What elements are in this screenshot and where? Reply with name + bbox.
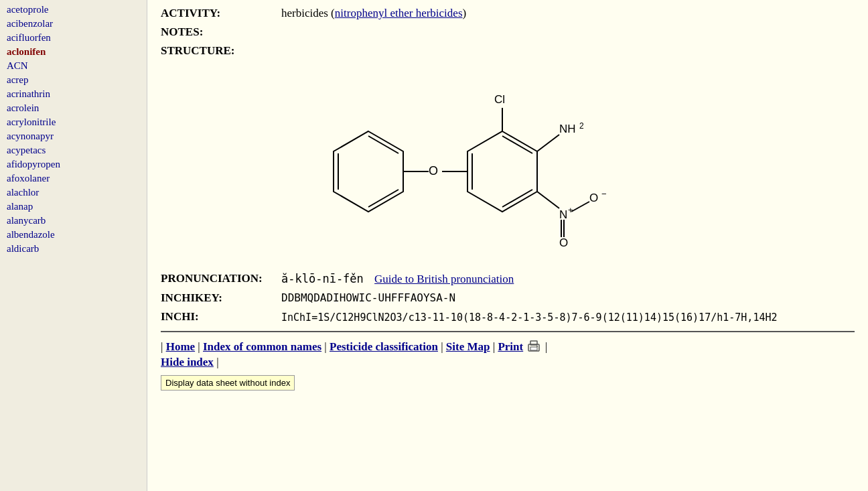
sidebar-item-afidopyropen[interactable]: afidopyropen — [0, 157, 147, 171]
inchikey-value: DDBMQDADIHOWIC-UHFFFAOYSA-N — [281, 291, 455, 304]
svg-line-16 — [537, 192, 559, 208]
structure-image: O Cl NH 2 N + O − — [281, 64, 616, 265]
pronunciation-row: PRONUNCIATION: ă-klō-nī-fěn Guide to Bri… — [161, 272, 855, 286]
chemical-structure-svg: O Cl NH 2 N + O − — [281, 64, 616, 259]
inchi-label: INCHI: — [161, 310, 281, 324]
sidebar-item-afoxolaner[interactable]: afoxolaner — [0, 171, 147, 186]
nav-separator-3: | — [324, 340, 330, 353]
inchi-row: INCHI: InChI=1S/C12H9ClN2O3/c13-11-10(18… — [161, 310, 855, 326]
sidebar-item-acrolein[interactable]: acrolein — [0, 101, 147, 115]
structure-row: STRUCTURE: — [161, 44, 855, 58]
nav-separator-4: | — [441, 340, 446, 353]
svg-line-1 — [368, 136, 399, 153]
svg-line-19 — [571, 202, 589, 212]
svg-marker-0 — [334, 131, 403, 212]
hide-index-link[interactable]: Hide index — [161, 356, 214, 368]
pronunciation-text: ă-klō-nī-fěn — [281, 272, 364, 285]
nav-home-link[interactable]: Home — [166, 340, 195, 353]
bottom-nav: | Home | Index of common names | Pestici… — [161, 331, 855, 373]
activity-link[interactable]: nitrophenyl ether herbicides — [335, 7, 463, 19]
nav-print-link[interactable]: Print — [498, 340, 523, 353]
sidebar-item-acypetacs[interactable]: acypetacs — [0, 143, 147, 157]
hide-index-tooltip: Hide index | Display data sheet without … — [161, 356, 219, 369]
svg-point-28 — [536, 346, 538, 347]
structure-label: STRUCTURE: — [161, 44, 281, 58]
sidebar-item-acrep[interactable]: acrep — [0, 73, 147, 87]
svg-marker-7 — [467, 131, 537, 212]
nav-index-link[interactable]: Index of common names — [203, 340, 321, 353]
svg-line-8 — [502, 136, 532, 153]
sidebar-item-acetoprole[interactable]: acetoprole — [0, 3, 147, 17]
notes-row: NOTES: — [161, 25, 855, 39]
sidebar-item-acifluorfen[interactable]: acifluorfen — [0, 31, 147, 45]
activity-text: herbicides ( — [281, 7, 335, 19]
svg-text:−: − — [601, 189, 607, 199]
sidebar-item-alachlor[interactable]: alachlor — [0, 186, 147, 200]
pronunciation-link[interactable]: Guide to British pronunciation — [374, 273, 514, 285]
activity-row: ACTIVITY: herbicides (nitrophenyl ether … — [161, 7, 855, 20]
svg-line-13 — [537, 135, 559, 151]
sidebar-item-alanap[interactable]: alanap — [0, 200, 147, 214]
svg-text:2: 2 — [579, 121, 584, 131]
pronunciation-label: PRONUNCIATION: — [161, 272, 281, 285]
nav-separator-6: | — [545, 340, 547, 353]
sidebar: acetoproleacibenzolaracifluorfenaclonife… — [0, 0, 147, 491]
svg-text:NH: NH — [559, 123, 576, 135]
svg-line-2 — [368, 190, 399, 207]
sidebar-item-acibenzolar[interactable]: acibenzolar — [0, 17, 147, 31]
nav-separator-1: | — [161, 340, 166, 353]
sidebar-item-acrylonitrile[interactable]: acrylonitrile — [0, 115, 147, 129]
sidebar-item-alanycarb[interactable]: alanycarb — [0, 214, 147, 228]
inchikey-row: INCHIKEY: DDBMQDADIHOWIC-UHFFFAOYSA-N — [161, 291, 855, 305]
svg-text:O: O — [429, 164, 438, 178]
sidebar-item-aldicarb[interactable]: aldicarb — [0, 242, 147, 256]
sidebar-item-acynonapyr[interactable]: acynonapyr — [0, 129, 147, 143]
nav-sitemap-link[interactable]: Site Map — [446, 340, 490, 353]
svg-rect-26 — [530, 347, 537, 350]
inchikey-label: INCHIKEY: — [161, 291, 281, 305]
svg-text:O: O — [559, 236, 568, 249]
tooltip-text: Display data sheet without index — [161, 375, 295, 391]
svg-text:Cl: Cl — [494, 93, 505, 106]
svg-line-9 — [502, 190, 532, 207]
activity-value: herbicides (nitrophenyl ether herbicides… — [281, 7, 466, 20]
activity-label: ACTIVITY: — [161, 7, 281, 20]
nav-classification-link[interactable]: Pesticide classification — [330, 340, 438, 353]
sidebar-item-aclonifen[interactable]: aclonifen — [0, 45, 147, 59]
print-icon — [527, 340, 540, 356]
activity-close: ) — [463, 7, 467, 19]
pronunciation-value: ă-klō-nī-fěn Guide to British pronunciat… — [281, 272, 514, 286]
sidebar-item-albendazole[interactable]: albendazole — [0, 228, 147, 242]
nav-separator-7: | — [216, 356, 218, 368]
sidebar-item-acrinathrin[interactable]: acrinathrin — [0, 87, 147, 101]
inchi-value: InChI=1S/C12H9ClN2O3/c13-11-10(18-8-4-2-… — [281, 310, 778, 326]
main-content: ACTIVITY: herbicides (nitrophenyl ether … — [147, 0, 868, 491]
svg-text:+: + — [568, 205, 573, 215]
notes-label: NOTES: — [161, 25, 281, 39]
svg-text:N: N — [559, 208, 567, 221]
svg-text:O: O — [589, 192, 598, 204]
sidebar-item-acn[interactable]: ACN — [0, 59, 147, 73]
nav-separator-2: | — [198, 340, 203, 353]
